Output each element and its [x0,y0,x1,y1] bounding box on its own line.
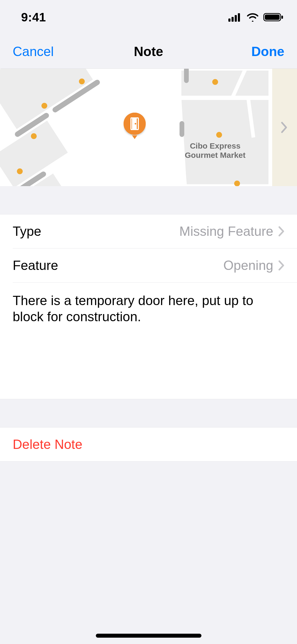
svg-point-29 [212,79,218,85]
cancel-button[interactable]: Cancel [13,44,68,59]
section-spacer [0,186,297,214]
type-label: Type [13,224,41,239]
map-marker[interactable] [124,113,146,141]
svg-rect-14 [184,69,189,83]
home-indicator [96,634,201,638]
svg-point-28 [17,168,23,174]
status-bar: 9:41 [0,0,297,34]
svg-point-34 [135,123,136,125]
svg-point-26 [41,103,47,109]
feature-label: Feature [13,258,58,273]
svg-rect-5 [265,15,280,20]
svg-rect-3 [238,13,240,22]
note-details-section: Type Missing Feature Feature Opening The… [0,214,297,399]
svg-rect-1 [232,17,234,22]
feature-row[interactable]: Feature Opening [0,249,297,282]
battery-icon [263,12,284,22]
section-spacer [0,399,297,427]
status-time: 9:41 [21,10,46,24]
map-poi-label: Cibo Express Gourmet Market [176,141,255,160]
svg-point-25 [79,79,85,84]
delete-section: Delete Note [0,427,297,462]
type-row[interactable]: Type Missing Feature [0,214,297,248]
map-next-button[interactable] [281,122,288,133]
svg-rect-0 [228,19,230,22]
svg-marker-9 [180,69,270,186]
page-title: Note [68,44,229,59]
note-text-input[interactable]: There is a temporary door here, put up t… [0,283,297,399]
status-indicators [228,12,284,22]
done-button[interactable]: Done [229,44,284,59]
type-value: Missing Feature [179,224,273,239]
feature-value: Opening [223,258,273,273]
wifi-icon [246,13,259,22]
svg-point-30 [216,132,222,138]
svg-rect-15 [180,121,184,137]
chevron-right-icon [279,260,284,270]
cellular-icon [228,13,242,22]
map-preview[interactable]: Cibo Express Gourmet Market [0,69,297,186]
svg-point-27 [31,133,37,139]
delete-note-button[interactable]: Delete Note [0,427,297,461]
svg-rect-6 [281,16,283,19]
chevron-right-icon [279,226,284,236]
nav-bar: Cancel Note Done [0,34,297,69]
svg-point-31 [234,181,240,186]
svg-rect-2 [235,15,237,22]
